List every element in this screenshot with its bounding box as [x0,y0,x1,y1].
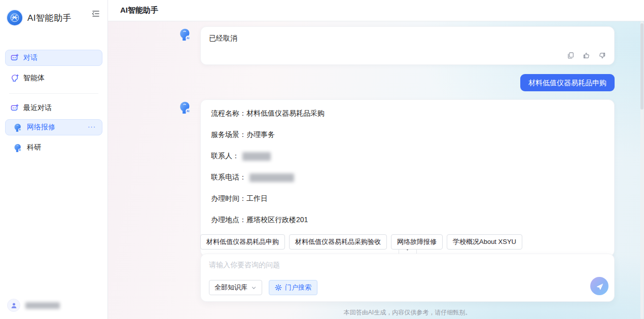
gear-icon [275,284,282,291]
sidebar-item-recent-chats[interactable]: 最近对话 [5,100,102,116]
send-button[interactable] [590,277,609,295]
portal-search-button[interactable]: 门户搜索 [269,280,317,295]
ai-disclaimer: 本回答由AI生成，内容仅供参考，请仔细甄别。 [200,308,615,317]
paper-plane-icon [595,282,604,291]
process-line: 联系人： [211,151,604,161]
suggestion-chip[interactable]: 学校概况About XSYU [447,234,522,250]
message-actions [567,52,606,59]
svg-text:AI: AI [19,149,20,151]
agent-icon [11,74,19,82]
knowledge-base-select[interactable]: 全部知识库 [209,280,262,295]
page-title: AI智能助手 [120,6,158,15]
sidebar-item-chat[interactable]: 对话 [5,50,102,66]
sidebar-item-label: 智能体 [23,74,45,83]
recent-chat-network-repair[interactable]: AI 网络报修 ··· [5,119,102,135]
question-input[interactable] [201,254,614,276]
bot-message-row: AI 流程名称：材料低值仪器易耗品采购 服务场景：办理事务 联系人： [177,99,615,257]
user-avatar-icon [7,299,20,312]
recent-chat-label: 科研 [27,143,41,152]
bot-avatar-icon: AI [177,100,192,115]
bot-process-card: 流程名称：材料低值仪器易耗品采购 服务场景：办理事务 联系人： 联系电话： 办理 [200,99,615,257]
chat-area: AI 已经取消 [108,21,644,319]
redacted-contact-phone [249,173,294,182]
process-line: 服务场景：办理事务 [211,129,604,139]
svg-text:AI: AI [19,129,20,131]
bot-message-card: 已经取消 [200,26,615,65]
thumbs-up-icon[interactable] [583,52,590,59]
copy-icon[interactable] [567,52,575,59]
app-window: AI智能助手 对话 智能体 [0,0,644,319]
redacted-contact-name [242,152,271,161]
sidebar-item-agents[interactable]: 智能体 [5,70,102,86]
chat-thread: AI 已经取消 [177,21,615,319]
user-account[interactable] [7,299,60,312]
thumbs-down-icon[interactable] [598,52,606,59]
bot-avatar-icon: AI [13,143,22,153]
bot-avatar-icon: AI [13,123,22,132]
sidebar-item-label: 对话 [23,53,38,62]
suggestion-chip[interactable]: 材料低值仪器易耗品采购验收 [289,234,387,250]
knowledge-base-label: 全部知识库 [214,283,247,292]
main-header: AI智能助手 [108,0,644,21]
recent-chat-label: 网络报修 [27,123,55,132]
main-panel: AI智能助手 AI 已经取消 [108,0,644,319]
chevron-down-icon [251,285,257,291]
suggestion-chip[interactable]: 材料低值仪器易耗品申购 [200,234,285,250]
scrollbar-thumb[interactable] [640,23,643,110]
sidebar-nav: 对话 智能体 最近对话 AI 网络报修 ··· [0,32,108,156]
bot-avatar-icon: AI [177,27,192,42]
composer: 全部知识库 门户搜索 [200,254,615,302]
process-line: 办理地点：雁塔校区行政楼201 [211,215,604,225]
user-name-redacted [25,302,60,309]
app-logo-icon [7,10,22,25]
app-logo-row: AI智能助手 [0,0,108,32]
sidebar-section-label: 最近对话 [23,103,52,113]
bot-message-row: AI 已经取消 [177,26,615,65]
collapse-sidebar-icon[interactable] [91,9,100,18]
process-line: 流程名称：材料低值仪器易耗品采购 [211,108,604,118]
svg-text:AI: AI [187,37,190,40]
chat-plus-icon [11,54,19,62]
more-options-icon[interactable]: ··· [88,123,96,130]
process-line: 联系电话： [211,172,604,182]
sidebar-divider [9,93,98,94]
portal-search-label: 门户搜索 [285,283,311,292]
sidebar: AI智能助手 对话 智能体 [0,0,108,319]
user-message-bubble: 材料低值仪器易耗品申购 [520,74,615,91]
svg-text:AI: AI [187,110,190,113]
bot-message-text: 已经取消 [209,34,606,43]
suggestion-chip[interactable]: 网络故障报修 [391,234,443,250]
scrollbar-track [640,21,643,319]
process-line: 办理时间：工作日 [211,193,604,203]
app-title: AI智能助手 [27,12,71,24]
suggestion-chips: 材料低值仪器易耗品申购 材料低值仪器易耗品采购验收 网络故障报修 学校概况Abo… [200,234,522,250]
chat-plus-icon [11,104,19,112]
recent-chat-research[interactable]: AI 科研 [5,139,102,156]
composer-toolbar: 全部知识库 门户搜索 [209,280,317,295]
